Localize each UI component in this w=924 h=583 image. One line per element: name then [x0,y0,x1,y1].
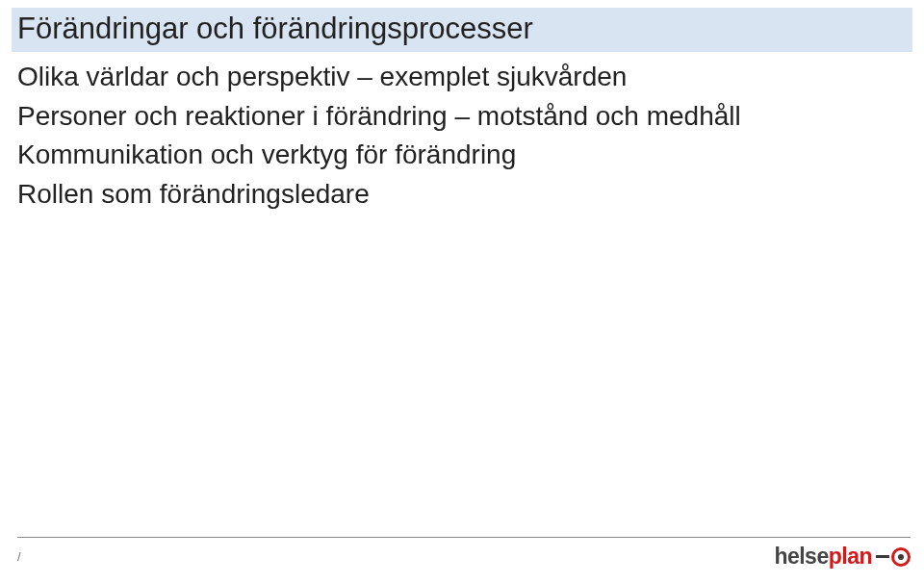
footer: / helseplan [0,537,924,570]
footer-row: / helseplan [17,544,911,570]
footer-left-text: / [17,549,21,564]
list-item: Personer och reaktioner i förändring – m… [17,97,912,137]
logo-dash-icon [876,555,889,558]
list-item: Rollen som förändringsledare [17,175,912,215]
logo-dot-icon [898,554,904,560]
logo: helseplan [774,544,911,570]
logo-target-icon [891,547,911,567]
list-item: Olika världar och perspektiv – exemplet … [17,58,912,97]
body-list: Olika världar och perspektiv – exemplet … [12,58,912,214]
footer-rule [17,537,911,538]
list-item: Kommunikation och verktyg för förändring [17,136,912,175]
logo-text-part2: plan [829,544,872,569]
logo-text-part1: helse [774,544,828,569]
slide: Förändringar och förändringsprocesser Ol… [0,0,924,583]
slide-title: Förändringar och förändringsprocesser [17,12,907,46]
title-bar: Förändringar och förändringsprocesser [12,8,912,52]
